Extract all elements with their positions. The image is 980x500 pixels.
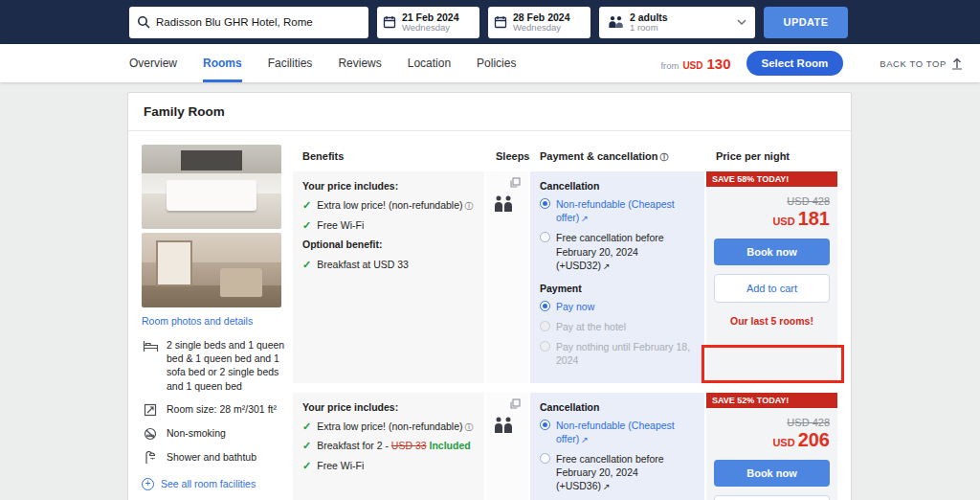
- price-currency: USD: [772, 437, 794, 448]
- benefit-text: Free Wi-Fi: [317, 218, 364, 233]
- check-icon: ✓: [302, 459, 311, 473]
- guests-adults: 2 adults: [630, 11, 668, 23]
- from-label: from: [660, 60, 679, 71]
- smoking-detail: Non-smoking: [142, 426, 287, 441]
- col-price: Price per night: [706, 145, 837, 171]
- radio-label: Pay now: [556, 300, 594, 313]
- benefit-item: ✓ Extra low price! (non-refundable)ⓘ: [302, 198, 475, 213]
- tab-location[interactable]: Location: [408, 44, 451, 82]
- size-text: Room size: 28 m²/301 ft²: [167, 402, 277, 417]
- radio-pay-nothing[interactable]: Pay nothing until February 18, 2024: [540, 340, 695, 367]
- room-photo-2[interactable]: [142, 233, 281, 307]
- includes-title: Your price includes:: [302, 401, 475, 413]
- rates-table: Benefits Sleeps Payment & cancellationⓘ …: [293, 145, 837, 500]
- search-input[interactable]: [156, 16, 361, 28]
- radio-selected-icon[interactable]: [540, 420, 550, 430]
- price-cell: SAVE 52% TODAY! USD 428 USD 206 Book now…: [706, 393, 837, 500]
- room-photo-1[interactable]: [142, 145, 281, 229]
- benefit-item: ✓ Breakfast at USD 33: [302, 258, 475, 272]
- benefit-text: Extra low price! (non-refundable)ⓘ: [317, 198, 473, 213]
- shower-icon: [142, 450, 159, 465]
- room-card: Family Room Room photos and details 2 si…: [127, 92, 852, 500]
- room-summary-column: Room photos and details 2 single beds an…: [142, 145, 287, 500]
- book-now-button[interactable]: Book now: [714, 460, 830, 487]
- benefits-cell: Your price includes: ✓ Extra low price! …: [293, 393, 484, 500]
- checkin-date: 21 Feb 2024: [402, 11, 459, 23]
- compare-icon[interactable]: [510, 398, 521, 409]
- urgency-message: Our last 5 rooms!: [706, 315, 837, 327]
- rate-row-1: Your price includes: ✓ Extra low price! …: [293, 171, 837, 383]
- bed-icon: [142, 338, 159, 393]
- old-price: USD 428: [787, 195, 830, 207]
- benefit-item: ✓ Extra low price! (non-refundable)ⓘ: [302, 420, 475, 434]
- facilities-link-label: See all room facilities: [161, 478, 256, 489]
- tab-policies[interactable]: Policies: [477, 44, 516, 82]
- radio-selected-icon[interactable]: [540, 198, 550, 209]
- benefits-cell: Your price includes: ✓ Extra low price! …: [293, 171, 484, 383]
- info-icon: ⓘ: [660, 152, 669, 162]
- checkout-date-picker[interactable]: 28 Feb 2024 Wednesday: [488, 7, 590, 38]
- bathroom-text: Shower and bathtub: [167, 450, 256, 465]
- radio-nonrefundable[interactable]: Non-refundable (Cheapest offer)↗: [540, 197, 695, 224]
- destination-search-box[interactable]: [129, 7, 368, 38]
- current-price: USD 181: [772, 208, 830, 230]
- book-now-button[interactable]: Book now: [714, 239, 830, 265]
- info-icon: ⓘ: [465, 201, 474, 211]
- check-icon: ✓: [302, 420, 311, 434]
- room-photos-link[interactable]: Room photos and details: [142, 315, 287, 327]
- benefit-item: ✓ Free Wi-Fi: [302, 218, 475, 233]
- external-link-icon: ↗: [581, 214, 589, 223]
- price-cell: SAVE 58% TODAY! USD 428 USD 181 Book now…: [706, 171, 837, 383]
- checkin-date-picker[interactable]: 21 Feb 2024 Wednesday: [377, 7, 479, 38]
- tab-facilities[interactable]: Facilities: [268, 44, 313, 82]
- smoking-text: Non-smoking: [167, 426, 226, 441]
- select-room-button[interactable]: Select Room: [746, 51, 844, 76]
- tab-rooms[interactable]: Rooms: [203, 44, 242, 82]
- included-label: Included: [430, 440, 471, 451]
- room-title: Family Room: [128, 93, 851, 131]
- plus-icon: +: [142, 478, 154, 490]
- payment-cell: Cancellation Non-refundable (Cheapest of…: [530, 171, 704, 383]
- price-amount: 181: [798, 208, 830, 230]
- compare-icon[interactable]: [510, 177, 521, 188]
- radio-label: Pay nothing until February 18, 2024: [556, 340, 695, 367]
- update-button[interactable]: UPDATE: [764, 7, 848, 38]
- radio-disabled-icon: [540, 341, 550, 352]
- room-size-icon: [142, 402, 159, 417]
- col-payment: Payment & cancellationⓘ: [530, 145, 704, 171]
- checkout-date: 28 Feb 2024: [513, 11, 570, 23]
- sleeps-cell: [486, 393, 528, 500]
- save-badge: SAVE 58% TODAY!: [706, 171, 837, 187]
- checkin-weekday: Wednesday: [402, 23, 459, 34]
- radio-nonrefundable[interactable]: Non-refundable (Cheapest offer)↗: [540, 419, 695, 445]
- see-all-facilities-link[interactable]: + See all room facilities: [142, 478, 287, 490]
- tab-reviews[interactable]: Reviews: [338, 44, 381, 82]
- old-price: USD 428: [787, 417, 830, 428]
- benefit-item-breakfast: ✓ Breakfast for 2 - USD 33 Included: [302, 439, 475, 453]
- add-to-cart-button[interactable]: Add to cart: [714, 495, 830, 500]
- nav-right-group: from USD 130 Select Room BACK TO TOP: [660, 51, 963, 76]
- radio-icon[interactable]: [540, 453, 550, 464]
- adults-icon: [493, 417, 514, 433]
- top-search-bar: 21 Feb 2024 Wednesday 28 Feb 2024 Wednes…: [0, 0, 980, 44]
- guests-rooms: 1 room: [630, 23, 668, 34]
- back-to-top-icon: [951, 57, 963, 70]
- bathroom-detail: Shower and bathtub: [142, 450, 287, 465]
- from-price: from USD 130: [660, 56, 730, 72]
- radio-free-cancellation[interactable]: Free cancellation before February 20, 20…: [540, 452, 695, 493]
- radio-pay-now[interactable]: Pay now: [540, 300, 695, 313]
- radio-free-cancellation[interactable]: Free cancellation before February 20, 20…: [540, 231, 695, 272]
- radio-pay-at-hotel[interactable]: Pay at the hotel: [540, 320, 695, 333]
- radio-selected-icon[interactable]: [540, 301, 550, 311]
- radio-label: Non-refundable (Cheapest offer)↗: [556, 197, 695, 224]
- benefit-text: Breakfast for 2 - USD 33 Included: [317, 439, 470, 453]
- benefit-text: Free Wi-Fi: [317, 459, 364, 473]
- beds-detail: 2 single beds and 1 queen bed & 1 queen …: [142, 338, 287, 393]
- tab-overview[interactable]: Overview: [129, 44, 177, 82]
- no-smoking-icon: [142, 426, 159, 441]
- guests-selector[interactable]: 2 adults 1 room: [599, 7, 755, 38]
- radio-icon[interactable]: [540, 232, 550, 242]
- back-to-top-button[interactable]: BACK TO TOP: [880, 57, 963, 70]
- add-to-cart-button[interactable]: Add to cart: [714, 274, 830, 303]
- price-currency: USD: [772, 216, 794, 227]
